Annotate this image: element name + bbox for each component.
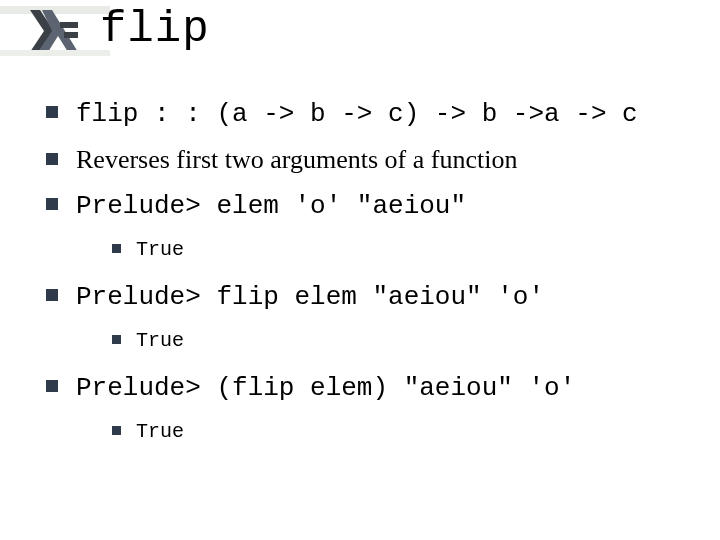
haskell-lambda-icon	[30, 10, 78, 52]
svg-marker-1	[38, 10, 78, 52]
sub-bullet-result: True	[76, 416, 700, 448]
header-decoration	[0, 0, 88, 70]
sub-bullet-list: True	[76, 416, 700, 448]
slide-title: flip	[100, 4, 210, 54]
bullet-text: Reverses first two arguments of a functi…	[76, 145, 517, 174]
sub-bullet-result: True	[76, 234, 700, 266]
bullet-example-3: Prelude> (flip elem) "aeiou" 'o' True	[40, 369, 700, 448]
bullet-text: Prelude> flip elem "aeiou" 'o'	[76, 282, 544, 312]
sub-bullet-result: True	[76, 325, 700, 357]
slide: flip flip : : (a -> b -> c) -> b ->a -> …	[0, 0, 720, 540]
header-bar-bottom	[0, 50, 110, 56]
svg-marker-0	[30, 10, 54, 52]
svg-rect-3	[64, 32, 78, 38]
bullet-text: Prelude> (flip elem) "aeiou" 'o'	[76, 373, 575, 403]
sub-bullet-list: True	[76, 234, 700, 266]
bullet-text: Prelude> elem 'o' "aeiou"	[76, 191, 466, 221]
bullet-example-1: Prelude> elem 'o' "aeiou" True	[40, 187, 700, 266]
bullet-text: flip : : (a -> b -> c) -> b ->a -> c	[76, 99, 638, 129]
slide-content: flip : : (a -> b -> c) -> b ->a -> c Rev…	[40, 95, 700, 460]
bullet-description: Reverses first two arguments of a functi…	[40, 142, 700, 177]
sub-bullet-list: True	[76, 325, 700, 357]
bullet-list: flip : : (a -> b -> c) -> b ->a -> c Rev…	[40, 95, 700, 448]
bullet-example-2: Prelude> flip elem "aeiou" 'o' True	[40, 278, 700, 357]
bullet-type-signature: flip : : (a -> b -> c) -> b ->a -> c	[40, 95, 700, 132]
svg-rect-2	[60, 22, 78, 28]
header-bar-top	[0, 6, 110, 14]
